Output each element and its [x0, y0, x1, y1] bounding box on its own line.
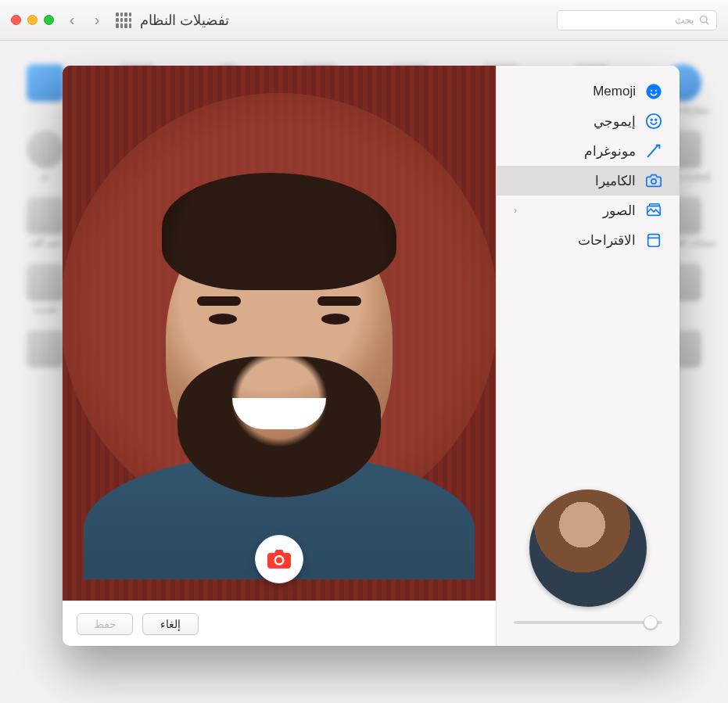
- sidebar-item-label: مونوغرام: [584, 143, 636, 160]
- sidebar-item-label: Memoji: [593, 84, 636, 99]
- svg-point-3: [647, 114, 661, 128]
- suggestions-icon: [645, 231, 662, 249]
- nav-forward-button[interactable]: ›: [62, 11, 82, 30]
- sidebar-item-label: الكاميرا: [595, 173, 636, 189]
- source-list: Memojiإيموجيمونوغرامالكاميراالصور‹الاقتر…: [497, 77, 680, 255]
- camera-icon: [645, 172, 662, 189]
- cancel-button[interactable]: إلغاء: [142, 613, 199, 635]
- search-field[interactable]: بحث: [557, 10, 717, 30]
- sidebar-item-memoji[interactable]: Memoji: [497, 77, 680, 106]
- nav-buttons: ‹ ›: [62, 11, 107, 30]
- sidebar-item-monogram[interactable]: مونوغرام: [497, 136, 680, 166]
- zoom-track: [514, 621, 662, 624]
- minimize-button[interactable]: [27, 15, 38, 25]
- maximize-button[interactable]: [44, 15, 54, 25]
- svg-point-1: [651, 90, 653, 92]
- nav-back-button[interactable]: ‹: [87, 11, 107, 30]
- monogram-icon: [645, 142, 662, 160]
- sidebar-item-label: إيموجي: [594, 113, 636, 130]
- window-title: تفضيلات النظام: [140, 12, 229, 29]
- svg-point-6: [651, 179, 656, 184]
- emoji-icon: [645, 113, 662, 130]
- photos-icon: [645, 202, 662, 219]
- zoom-knob[interactable]: [644, 615, 658, 629]
- memoji-icon: [645, 83, 662, 100]
- svg-point-0: [647, 84, 661, 99]
- grid-icon[interactable]: [115, 12, 132, 29]
- sidebar-item-label: الصور: [603, 203, 636, 219]
- svg-point-5: [654, 119, 657, 121]
- capture-button[interactable]: [255, 535, 303, 583]
- zoom-slider[interactable]: [514, 621, 662, 624]
- sheet-footer: إلغاء حفظ: [63, 601, 496, 646]
- svg-point-2: [654, 90, 657, 92]
- chevron-icon: ‹: [514, 205, 517, 216]
- sidebar-item-photos[interactable]: الصور‹: [497, 195, 680, 225]
- camera-icon: [267, 550, 291, 568]
- toolbar: بحث تفضيلات النظام ‹ ›: [0, 0, 728, 41]
- current-picture-preview[interactable]: [529, 490, 647, 607]
- sidebar-item-camera[interactable]: الكاميرا: [497, 166, 680, 195]
- window-controls: [11, 15, 54, 25]
- save-button[interactable]: حفظ: [77, 613, 133, 635]
- account-picture-sheet: Memojiإيموجيمونوغرامالكاميراالصور‹الاقتر…: [63, 66, 680, 646]
- source-sidebar: Memojiإيموجيمونوغرامالكاميراالصور‹الاقتر…: [496, 66, 680, 646]
- close-button[interactable]: [11, 15, 21, 25]
- sidebar-item-emoji[interactable]: إيموجي: [497, 106, 680, 136]
- camera-viewfinder: [63, 66, 496, 601]
- main-pane: إلغاء حفظ: [63, 66, 496, 646]
- svg-point-4: [651, 119, 653, 121]
- sidebar-item-label: الاقتراحات: [578, 232, 636, 249]
- sidebar-item-suggestions[interactable]: الاقتراحات: [497, 225, 680, 255]
- svg-rect-8: [650, 204, 660, 206]
- camera-subject: [115, 173, 443, 579]
- preview-section: [497, 490, 680, 635]
- search-icon: [699, 15, 710, 26]
- search-placeholder: بحث: [675, 14, 694, 26]
